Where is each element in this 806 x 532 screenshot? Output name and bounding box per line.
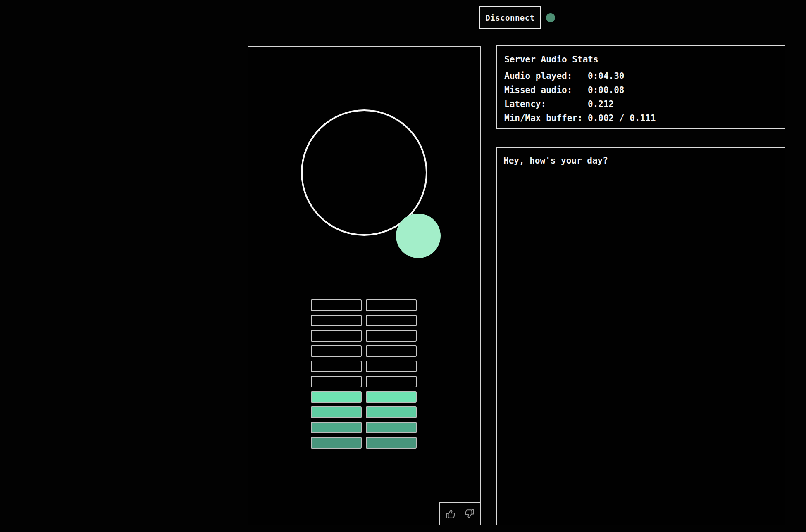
audio-bar [366, 330, 417, 342]
audio-bar [366, 391, 417, 403]
stats-value: 0.212 [588, 97, 614, 111]
connection-status-dot [546, 13, 555, 22]
audio-bar [366, 315, 417, 326]
stats-row-missed-audio: Missed audio: 0:00.08 [504, 83, 777, 97]
thumbs-down-button[interactable] [463, 507, 476, 520]
audio-bar [366, 422, 417, 433]
audio-bar [311, 330, 362, 342]
stats-value: 0:00.08 [588, 83, 625, 97]
feedback-box [439, 502, 481, 525]
audio-bar [311, 406, 362, 418]
server-audio-stats-panel: Server Audio Stats Audio played: 0:04.30… [496, 45, 785, 129]
stats-label: Audio played: [504, 69, 588, 83]
thumbs-up-button[interactable] [444, 507, 458, 520]
transcript-message: Hey, how's your day? [503, 154, 778, 167]
stats-row-minmax-buffer: Min/Max buffer: 0.002 / 0.111 [504, 111, 777, 125]
stats-row-audio-played: Audio played: 0:04.30 [504, 69, 777, 83]
audio-bar [366, 361, 417, 372]
stats-value: 0:04.30 [588, 69, 625, 83]
stats-value: 0.002 / 0.111 [588, 111, 656, 125]
bot-visualizer-panel [248, 46, 481, 525]
stats-row-latency: Latency: 0.212 [504, 97, 777, 111]
audio-bar [366, 406, 417, 418]
audio-bar [311, 391, 362, 403]
transcript-panel: Hey, how's your day? [496, 147, 785, 525]
audio-bar [311, 361, 362, 372]
audio-bar [366, 437, 417, 449]
stats-label: Latency: [504, 97, 588, 111]
audio-bar [311, 437, 362, 449]
bot-avatar-ring [301, 109, 427, 236]
audio-bar [311, 345, 362, 357]
voice-client-app: Disconnect Server Audio Stats [0, 0, 806, 532]
stats-label: Min/Max buffer: [504, 111, 588, 125]
bot-inner-circle [396, 214, 441, 258]
audio-bar [311, 376, 362, 387]
thumbs-down-icon [463, 508, 475, 520]
audio-bar [311, 299, 362, 311]
disconnect-button[interactable]: Disconnect [479, 6, 541, 29]
audio-bar [366, 299, 417, 311]
thumbs-up-icon [445, 508, 457, 520]
audio-level-bars [311, 299, 417, 449]
audio-bar [366, 345, 417, 357]
stats-title: Server Audio Stats [504, 52, 777, 66]
audio-bar [311, 315, 362, 326]
audio-bar [366, 376, 417, 387]
audio-bar [311, 422, 362, 433]
stats-label: Missed audio: [504, 83, 588, 97]
